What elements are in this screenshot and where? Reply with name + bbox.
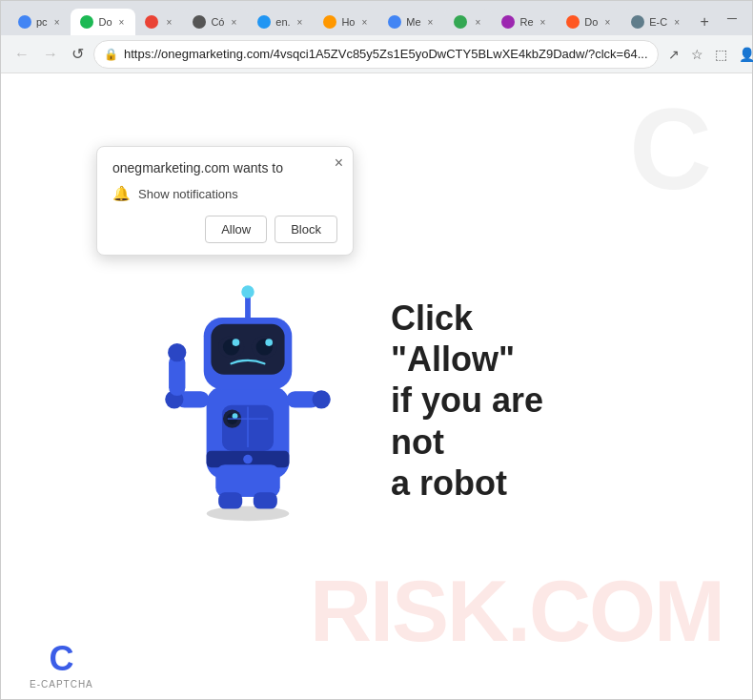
title-bar: pc × Do × × Có × en. × bbox=[1, 1, 752, 35]
tab-label: Me bbox=[406, 16, 420, 28]
tab-re[interactable]: Re × bbox=[492, 9, 557, 35]
tab-ho[interactable]: Ho × bbox=[314, 9, 378, 35]
main-caption: Click "Allow" if you are not a robot bbox=[391, 298, 600, 504]
tab-do[interactable]: Do × bbox=[71, 9, 135, 35]
svg-point-15 bbox=[241, 285, 254, 299]
tab-close-icon[interactable]: × bbox=[474, 17, 483, 28]
main-text-line1: Click "Allow" bbox=[391, 298, 600, 380]
popup-title: onegmarketing.com wants to bbox=[112, 160, 337, 175]
svg-point-4 bbox=[243, 455, 253, 464]
tab-strip: pc × Do × × Có × en. × bbox=[9, 1, 718, 35]
tab-label: Do bbox=[98, 16, 112, 28]
tab-favicon bbox=[388, 15, 401, 29]
tab-close-icon[interactable]: × bbox=[602, 17, 612, 28]
tab-ec[interactable]: E-C × bbox=[621, 9, 691, 35]
svg-rect-5 bbox=[215, 464, 280, 497]
tab-favicon bbox=[80, 15, 93, 29]
tab-en[interactable]: en. × bbox=[248, 9, 314, 35]
svg-point-12 bbox=[233, 339, 240, 346]
ecaptcha-letter: C bbox=[49, 639, 73, 679]
tab-label: en. bbox=[275, 16, 290, 28]
extensions-button[interactable]: ⬚ bbox=[711, 43, 731, 66]
lock-icon: 🔒 bbox=[104, 48, 118, 61]
tab-co[interactable]: Có × bbox=[183, 9, 248, 35]
watermark-text: RISK.COM bbox=[310, 563, 723, 661]
share-button[interactable]: ↗ bbox=[664, 43, 683, 66]
navigation-bar: ← → ↺ 🔒 https://onegmarketing.com/4vsqci… bbox=[1, 35, 752, 73]
tab-close-icon[interactable]: × bbox=[52, 17, 62, 28]
tab-label: Re bbox=[519, 16, 533, 28]
tab-close-icon[interactable]: × bbox=[539, 17, 548, 28]
svg-point-19 bbox=[313, 390, 331, 408]
ecaptcha-logo: C E-CAPTCHA bbox=[30, 639, 93, 690]
tab-close-icon[interactable]: × bbox=[229, 17, 238, 28]
forward-button[interactable]: → bbox=[39, 42, 62, 67]
maximize-button[interactable]: □ bbox=[748, 9, 753, 28]
svg-rect-14 bbox=[245, 295, 251, 320]
watermark-background: C bbox=[629, 83, 714, 215]
popup-notification-row: 🔔 Show notifications bbox=[112, 185, 337, 202]
back-button[interactable]: ← bbox=[10, 42, 33, 67]
tab-favicon bbox=[454, 15, 467, 29]
tab-label: E-C bbox=[649, 16, 667, 28]
browser-window: pc × Do × × Có × en. × bbox=[0, 0, 753, 700]
tab-label: Có bbox=[211, 16, 224, 28]
svg-rect-27 bbox=[218, 492, 242, 508]
tab-globe[interactable]: × bbox=[444, 9, 492, 35]
svg-point-24 bbox=[233, 413, 238, 419]
address-text: https://onegmarketing.com/4vsqci1A5ZVc85… bbox=[124, 47, 648, 61]
tab-close-icon[interactable]: × bbox=[165, 17, 174, 28]
tab-me[interactable]: Me × bbox=[378, 9, 444, 35]
tab-close-icon[interactable]: × bbox=[117, 17, 127, 28]
tab-favicon bbox=[566, 15, 580, 29]
svg-point-13 bbox=[265, 339, 273, 346]
ecaptcha-label: E-CAPTCHA bbox=[30, 679, 93, 690]
tab-close-icon[interactable]: × bbox=[295, 17, 305, 28]
block-button[interactable]: Block bbox=[275, 216, 337, 243]
tab-favicon bbox=[501, 15, 515, 29]
tab-favicon bbox=[145, 15, 158, 29]
nav-right-icons: ↗ ☆ ⬚ 👤 ⋮ bbox=[664, 43, 753, 66]
address-bar[interactable]: 🔒 https://onegmarketing.com/4vsqci1A5ZVc… bbox=[93, 40, 659, 69]
bookmark-button[interactable]: ☆ bbox=[687, 43, 707, 66]
tab-favicon bbox=[257, 15, 271, 29]
tab-red[interactable]: × bbox=[135, 9, 183, 35]
allow-button[interactable]: Allow bbox=[205, 216, 267, 243]
main-text-line2: if you are not bbox=[391, 380, 600, 462]
tab-do2[interactable]: Do × bbox=[557, 9, 621, 35]
popup-close-button[interactable]: × bbox=[335, 154, 343, 172]
tab-label: pc bbox=[36, 16, 48, 28]
robot-area: Click "Allow" if you are not a robot bbox=[153, 267, 600, 534]
minimize-button[interactable]: ─ bbox=[722, 9, 743, 28]
notification-popup: × onegmarketing.com wants to 🔔 Show noti… bbox=[96, 146, 354, 256]
tab-favicon bbox=[193, 15, 206, 29]
robot-container bbox=[153, 267, 362, 534]
tab-close-icon[interactable]: × bbox=[359, 17, 369, 28]
tab-pc[interactable]: pc × bbox=[9, 9, 71, 35]
tab-favicon bbox=[323, 15, 336, 29]
svg-point-0 bbox=[207, 506, 290, 521]
tab-close-icon[interactable]: × bbox=[426, 17, 436, 28]
main-text-line3: a robot bbox=[391, 463, 600, 504]
robot-illustration bbox=[153, 267, 343, 525]
page-content: C RISK.COM bbox=[1, 73, 752, 699]
tab-favicon bbox=[18, 15, 31, 29]
popup-notification-text: Show notifications bbox=[138, 187, 238, 201]
tab-label: Ho bbox=[341, 16, 355, 28]
window-controls: ─ □ ✕ bbox=[722, 9, 753, 28]
profile-button[interactable]: 👤 bbox=[735, 43, 753, 66]
svg-rect-28 bbox=[254, 492, 277, 508]
bell-icon: 🔔 bbox=[112, 185, 131, 202]
svg-point-21 bbox=[168, 343, 186, 361]
tab-label: Do bbox=[584, 16, 598, 28]
tab-close-icon[interactable]: × bbox=[672, 17, 682, 28]
tab-favicon bbox=[631, 15, 644, 29]
reload-button[interactable]: ↺ bbox=[68, 41, 88, 67]
new-tab-button[interactable]: + bbox=[691, 9, 718, 35]
popup-buttons: Allow Block bbox=[112, 216, 337, 243]
